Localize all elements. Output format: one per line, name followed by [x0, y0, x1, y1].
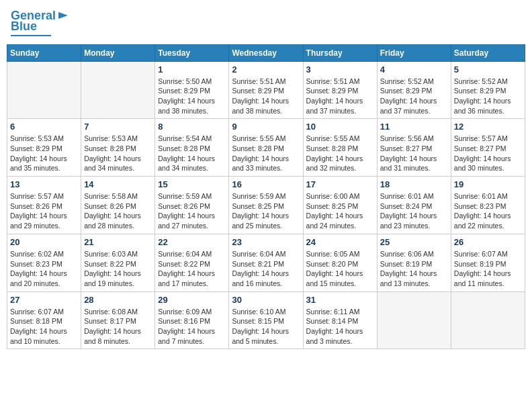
day-info: Sunrise: 5:55 AMSunset: 8:28 PMDaylight:… — [306, 134, 374, 173]
day-info: Sunrise: 5:57 AMSunset: 8:27 PMDaylight:… — [454, 134, 522, 173]
day-info: Sunrise: 6:07 AMSunset: 8:18 PMDaylight:… — [10, 307, 78, 347]
day-number: 20 — [10, 237, 78, 247]
calendar-week-row: 6Sunrise: 5:53 AMSunset: 8:29 PMDaylight… — [7, 119, 525, 177]
weekday-header-friday: Friday — [377, 44, 451, 61]
day-number: 31 — [306, 295, 374, 305]
calendar-cell: 1Sunrise: 5:50 AMSunset: 8:29 PMDaylight… — [155, 61, 229, 119]
day-info: Sunrise: 6:03 AMSunset: 8:22 PMDaylight:… — [84, 249, 152, 289]
calendar-cell: 21Sunrise: 6:03 AMSunset: 8:22 PMDayligh… — [81, 234, 155, 291]
calendar-cell: 18Sunrise: 6:01 AMSunset: 8:24 PMDayligh… — [377, 177, 451, 234]
day-info: Sunrise: 5:59 AMSunset: 8:25 PMDaylight:… — [232, 191, 300, 231]
day-number: 12 — [454, 122, 522, 132]
calendar-cell: 22Sunrise: 6:04 AMSunset: 8:22 PMDayligh… — [155, 234, 229, 291]
calendar-cell: 2Sunrise: 5:51 AMSunset: 8:29 PMDaylight… — [229, 61, 303, 119]
calendar-cell: 28Sunrise: 6:08 AMSunset: 8:17 PMDayligh… — [81, 291, 155, 349]
day-info: Sunrise: 6:04 AMSunset: 8:22 PMDaylight:… — [158, 249, 226, 289]
day-info: Sunrise: 6:02 AMSunset: 8:23 PMDaylight:… — [10, 249, 78, 289]
day-number: 3 — [306, 64, 374, 75]
calendar-cell: 5Sunrise: 5:52 AMSunset: 8:29 PMDaylight… — [451, 61, 525, 119]
day-number: 16 — [232, 179, 300, 189]
calendar-cell — [81, 61, 155, 119]
day-info: Sunrise: 6:07 AMSunset: 8:19 PMDaylight:… — [454, 249, 522, 289]
day-info: Sunrise: 5:53 AMSunset: 8:29 PMDaylight:… — [10, 134, 78, 173]
day-number: 4 — [380, 64, 448, 75]
day-number: 25 — [380, 237, 448, 247]
day-number: 18 — [380, 179, 448, 189]
calendar-cell: 8Sunrise: 5:54 AMSunset: 8:28 PMDaylight… — [155, 119, 229, 177]
day-info: Sunrise: 5:51 AMSunset: 8:29 PMDaylight:… — [306, 77, 374, 116]
day-number: 6 — [10, 122, 78, 132]
day-info: Sunrise: 6:08 AMSunset: 8:17 PMDaylight:… — [84, 307, 152, 347]
day-info: Sunrise: 5:52 AMSunset: 8:29 PMDaylight:… — [454, 77, 522, 116]
calendar-cell: 13Sunrise: 5:57 AMSunset: 8:26 PMDayligh… — [7, 177, 81, 234]
day-info: Sunrise: 6:01 AMSunset: 8:24 PMDaylight:… — [380, 191, 448, 231]
calendar-cell: 14Sunrise: 5:58 AMSunset: 8:26 PMDayligh… — [81, 177, 155, 234]
day-info: Sunrise: 5:54 AMSunset: 8:28 PMDaylight:… — [158, 134, 226, 173]
day-number: 8 — [158, 122, 226, 132]
day-number: 11 — [380, 122, 448, 132]
day-number: 17 — [306, 179, 374, 189]
calendar-week-row: 27Sunrise: 6:07 AMSunset: 8:18 PMDayligh… — [7, 291, 525, 349]
day-info: Sunrise: 5:55 AMSunset: 8:28 PMDaylight:… — [232, 134, 300, 173]
weekday-header-sunday: Sunday — [7, 44, 81, 61]
calendar-cell: 29Sunrise: 6:09 AMSunset: 8:16 PMDayligh… — [155, 291, 229, 349]
day-number: 19 — [454, 179, 522, 189]
calendar-cell: 31Sunrise: 6:11 AMSunset: 8:14 PMDayligh… — [303, 291, 377, 349]
weekday-header-monday: Monday — [81, 44, 155, 61]
logo-arrow-icon — [57, 9, 69, 21]
weekday-header-saturday: Saturday — [451, 44, 525, 61]
calendar-cell: 30Sunrise: 6:10 AMSunset: 8:15 PMDayligh… — [229, 291, 303, 349]
calendar-cell: 3Sunrise: 5:51 AMSunset: 8:29 PMDaylight… — [303, 61, 377, 119]
logo: General Blue — [11, 9, 69, 36]
calendar-week-row: 20Sunrise: 6:02 AMSunset: 8:23 PMDayligh… — [7, 234, 525, 291]
calendar-cell: 10Sunrise: 5:55 AMSunset: 8:28 PMDayligh… — [303, 119, 377, 177]
day-info: Sunrise: 6:00 AMSunset: 8:25 PMDaylight:… — [306, 191, 374, 231]
day-number: 14 — [84, 179, 152, 189]
day-info: Sunrise: 5:58 AMSunset: 8:26 PMDaylight:… — [84, 191, 152, 231]
calendar-cell: 24Sunrise: 6:05 AMSunset: 8:20 PMDayligh… — [303, 234, 377, 291]
day-info: Sunrise: 6:04 AMSunset: 8:21 PMDaylight:… — [232, 249, 300, 289]
day-number: 27 — [10, 295, 78, 305]
calendar-cell: 25Sunrise: 6:06 AMSunset: 8:19 PMDayligh… — [377, 234, 451, 291]
calendar-cell: 16Sunrise: 5:59 AMSunset: 8:25 PMDayligh… — [229, 177, 303, 234]
day-info: Sunrise: 6:11 AMSunset: 8:14 PMDaylight:… — [306, 307, 374, 347]
day-number: 23 — [232, 237, 300, 247]
day-number: 9 — [232, 122, 300, 132]
day-info: Sunrise: 5:50 AMSunset: 8:29 PMDaylight:… — [158, 77, 226, 116]
calendar-week-row: 13Sunrise: 5:57 AMSunset: 8:26 PMDayligh… — [7, 177, 525, 234]
calendar-cell: 6Sunrise: 5:53 AMSunset: 8:29 PMDaylight… — [7, 119, 81, 177]
calendar-cell: 23Sunrise: 6:04 AMSunset: 8:21 PMDayligh… — [229, 234, 303, 291]
calendar-week-row: 1Sunrise: 5:50 AMSunset: 8:29 PMDaylight… — [7, 61, 525, 119]
calendar-cell — [377, 291, 451, 349]
calendar-cell: 7Sunrise: 5:53 AMSunset: 8:28 PMDaylight… — [81, 119, 155, 177]
logo-underline — [11, 35, 51, 36]
calendar-cell: 12Sunrise: 5:57 AMSunset: 8:27 PMDayligh… — [451, 119, 525, 177]
day-number: 26 — [454, 237, 522, 247]
day-info: Sunrise: 5:59 AMSunset: 8:26 PMDaylight:… — [158, 191, 226, 231]
day-number: 24 — [306, 237, 374, 247]
day-number: 2 — [232, 64, 300, 75]
logo-blue-text: Blue — [11, 20, 37, 34]
weekday-header-row: SundayMondayTuesdayWednesdayThursdayFrid… — [7, 44, 525, 61]
day-number: 5 — [454, 64, 522, 75]
day-info: Sunrise: 6:05 AMSunset: 8:20 PMDaylight:… — [306, 249, 374, 289]
day-number: 15 — [158, 179, 226, 189]
calendar-cell: 20Sunrise: 6:02 AMSunset: 8:23 PMDayligh… — [7, 234, 81, 291]
calendar-cell: 4Sunrise: 5:52 AMSunset: 8:29 PMDaylight… — [377, 61, 451, 119]
calendar-cell: 19Sunrise: 6:01 AMSunset: 8:23 PMDayligh… — [451, 177, 525, 234]
calendar-cell — [451, 291, 525, 349]
calendar-cell: 26Sunrise: 6:07 AMSunset: 8:19 PMDayligh… — [451, 234, 525, 291]
day-number: 28 — [84, 295, 152, 305]
calendar-table: SundayMondayTuesdayWednesdayThursdayFrid… — [7, 44, 525, 350]
day-info: Sunrise: 5:52 AMSunset: 8:29 PMDaylight:… — [380, 77, 448, 116]
calendar-cell: 9Sunrise: 5:55 AMSunset: 8:28 PMDaylight… — [229, 119, 303, 177]
day-info: Sunrise: 5:57 AMSunset: 8:26 PMDaylight:… — [10, 191, 78, 231]
svg-marker-0 — [58, 12, 68, 19]
calendar-cell: 11Sunrise: 5:56 AMSunset: 8:27 PMDayligh… — [377, 119, 451, 177]
day-number: 30 — [232, 295, 300, 305]
day-number: 10 — [306, 122, 374, 132]
day-number: 1 — [158, 64, 226, 75]
calendar-cell: 17Sunrise: 6:00 AMSunset: 8:25 PMDayligh… — [303, 177, 377, 234]
day-number: 13 — [10, 179, 78, 189]
calendar-cell: 15Sunrise: 5:59 AMSunset: 8:26 PMDayligh… — [155, 177, 229, 234]
